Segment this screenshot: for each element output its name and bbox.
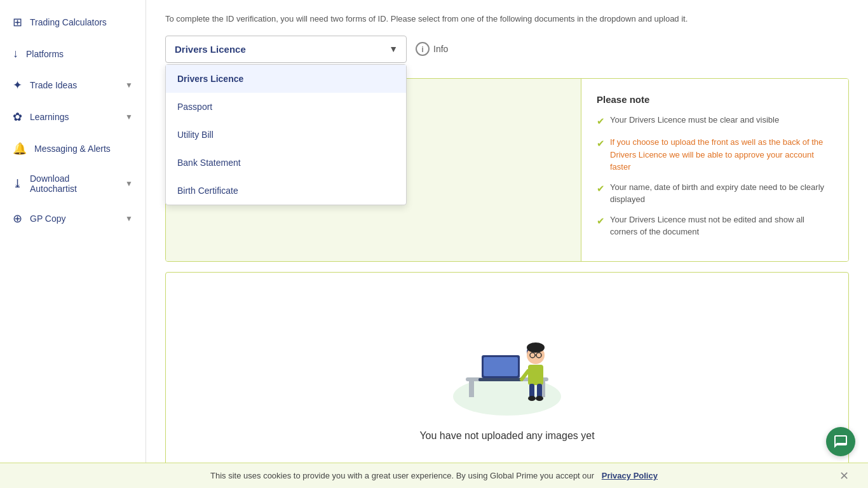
sidebar-item-label: Learnings: [30, 112, 69, 122]
dropdown-wrapper: Drivers Licence Passport Utility Bill Ba…: [165, 36, 407, 63]
note-text-4: Your Drivers Licence must not be edited …: [610, 214, 833, 238]
svg-rect-12: [528, 365, 543, 385]
menu-item-bank-statement[interactable]: Bank Statement: [166, 149, 406, 177]
empty-state: You have not uploaded any images yet: [165, 272, 849, 468]
privacy-policy-link[interactable]: Privacy Policy: [602, 471, 658, 480]
description-text: To complete the ID verification, you wil…: [165, 13, 849, 25]
empty-illustration: [434, 304, 580, 419]
sidebar-item-label: GP Copy: [30, 214, 66, 224]
dropdown-row: Drivers Licence Passport Utility Bill Ba…: [165, 36, 849, 63]
trade-ideas-icon: ✦: [13, 78, 22, 92]
chat-button[interactable]: [826, 427, 855, 456]
calculator-icon: ⊞: [13, 15, 22, 29]
sidebar-item-label: Trading Calculators: [30, 17, 107, 27]
sidebar-item-trading-calculators[interactable]: ⊞ Trading Calculators: [0, 6, 146, 38]
check-icon-1: ✔: [597, 114, 605, 129]
main-content: To complete the ID verification, you wil…: [146, 0, 868, 488]
chat-icon: [833, 434, 848, 449]
svg-rect-6: [478, 378, 523, 381]
note-text-1: Your Drivers Licence must be clear and v…: [610, 114, 779, 126]
chevron-down-icon: ▼: [125, 179, 133, 188]
svg-point-15: [528, 396, 536, 401]
cookie-close-button[interactable]: ✕: [839, 469, 849, 483]
sidebar-item-gp-copy[interactable]: ⊕ GP Copy ▼: [0, 203, 146, 234]
note-area: Please note ✔ Your Drivers Licence must …: [581, 79, 848, 261]
svg-rect-5: [484, 357, 518, 376]
svg-rect-2: [469, 381, 474, 397]
check-icon-4: ✔: [597, 214, 605, 229]
sidebar-item-label: Download Autochartist: [30, 173, 118, 194]
document-type-select[interactable]: Drivers Licence Passport Utility Bill Ba…: [165, 36, 407, 63]
check-icon-2: ✔: [597, 137, 605, 151]
chevron-down-icon: ▼: [125, 81, 133, 90]
sidebar-item-messaging-alerts[interactable]: 🔔 Messaging & Alerts: [0, 133, 146, 165]
sidebar: ⊞ Trading Calculators ↓ Platforms ✦ Trad…: [0, 0, 146, 488]
note-title: Please note: [597, 94, 833, 105]
menu-item-utility-bill[interactable]: Utility Bill: [166, 121, 406, 149]
download-icon: ⤓: [13, 177, 22, 191]
sidebar-item-label: Platforms: [26, 49, 64, 59]
svg-rect-14: [537, 384, 542, 398]
sidebar-item-label: Trade Ideas: [30, 80, 77, 90]
note-item-4: ✔ Your Drivers Licence must not be edite…: [597, 214, 833, 238]
gp-copy-icon: ⊕: [13, 212, 22, 226]
note-item-1: ✔ Your Drivers Licence must be clear and…: [597, 114, 833, 129]
dropdown-menu: Drivers Licence Passport Utility Bill Ba…: [165, 64, 407, 205]
menu-item-drivers-licence[interactable]: Drivers Licence: [166, 65, 406, 93]
svg-point-18: [527, 342, 545, 353]
platforms-icon: ↓: [13, 47, 18, 60]
cookie-text: This site uses cookies to provide you wi…: [210, 471, 594, 480]
note-item-3: ✔ Your name, date of birth and expiry da…: [597, 181, 833, 206]
top-area: To complete the ID verification, you wil…: [146, 0, 868, 78]
info-label: Info: [433, 44, 448, 54]
sidebar-item-platforms[interactable]: ↓ Platforms: [0, 38, 146, 69]
info-circle-icon: i: [416, 42, 430, 56]
note-item-2: ✔ If you choose to upload the front as w…: [597, 136, 833, 173]
menu-item-birth-certificate[interactable]: Birth Certificate: [166, 177, 406, 205]
info-button[interactable]: i Info: [416, 42, 448, 56]
svg-rect-13: [529, 384, 534, 398]
cookie-bar: This site uses cookies to provide you wi…: [0, 463, 868, 488]
menu-item-passport[interactable]: Passport: [166, 93, 406, 121]
svg-point-16: [536, 396, 543, 401]
bell-icon: 🔔: [13, 142, 27, 156]
note-text-2: If you choose to upload the front as wel…: [610, 136, 833, 173]
sidebar-item-label: Messaging & Alerts: [34, 144, 111, 154]
sidebar-item-trade-ideas[interactable]: ✦ Trade Ideas ▼: [0, 69, 146, 101]
check-icon-3: ✔: [597, 182, 605, 196]
chevron-down-icon: ▼: [125, 214, 133, 223]
empty-state-text: You have not uploaded any images yet: [419, 430, 594, 442]
sidebar-item-download-autochartist[interactable]: ⤓ Download Autochartist ▼: [0, 165, 146, 203]
note-text-3: Your name, date of birth and expiry date…: [610, 181, 833, 206]
learnings-icon: ✿: [13, 110, 22, 124]
chevron-down-icon: ▼: [125, 112, 133, 121]
sidebar-item-learnings[interactable]: ✿ Learnings ▼: [0, 101, 146, 133]
